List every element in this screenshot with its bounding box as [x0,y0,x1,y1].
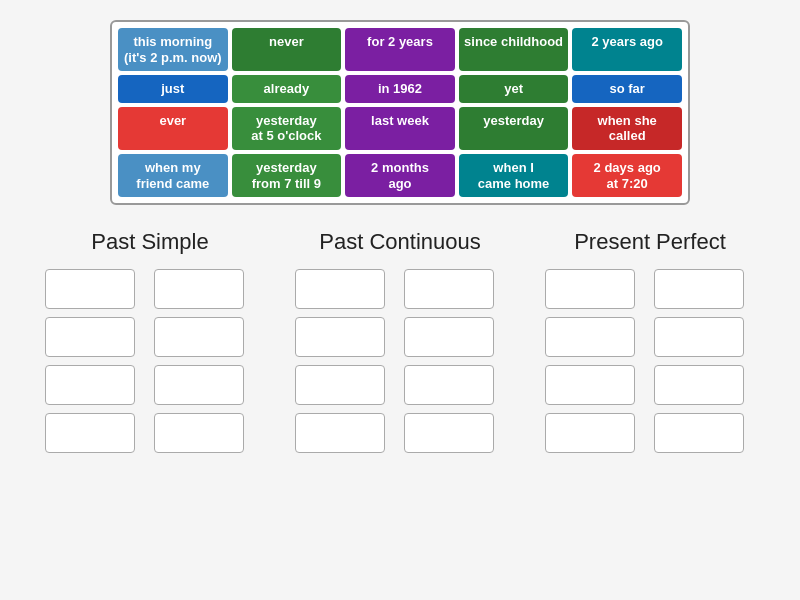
word-tile-7[interactable]: in 1962 [345,75,455,103]
drop-box-0-2[interactable] [45,317,135,357]
category-2: Present Perfect [540,229,760,453]
drop-box-2-7[interactable] [654,413,744,453]
word-tile-12[interactable]: last week [345,107,455,150]
drop-box-2-6[interactable] [545,413,635,453]
drop-box-0-0[interactable] [45,269,135,309]
word-tile-18[interactable]: when I came home [459,154,569,197]
drop-box-2-1[interactable] [654,269,744,309]
word-tile-17[interactable]: 2 months ago [345,154,455,197]
drop-box-0-5[interactable] [154,365,244,405]
word-tile-2[interactable]: for 2 years [345,28,455,71]
drop-box-1-0[interactable] [295,269,385,309]
category-title-0: Past Simple [91,229,208,255]
word-tile-8[interactable]: yet [459,75,569,103]
drop-box-1-4[interactable] [295,365,385,405]
word-tile-15[interactable]: when my friend came [118,154,228,197]
drop-box-1-1[interactable] [404,269,494,309]
category-title-2: Present Perfect [574,229,726,255]
drop-box-2-3[interactable] [654,317,744,357]
drop-box-1-7[interactable] [404,413,494,453]
drop-grid-0 [45,269,255,453]
category-title-1: Past Continuous [319,229,480,255]
word-tile-19[interactable]: 2 days ago at 7:20 [572,154,682,197]
word-tile-16[interactable]: yesterday from 7 till 9 [232,154,342,197]
drop-box-1-3[interactable] [404,317,494,357]
drop-box-1-6[interactable] [295,413,385,453]
drop-grid-2 [545,269,755,453]
categories-container: Past SimplePast ContinuousPresent Perfec… [40,229,760,453]
drop-box-1-2[interactable] [295,317,385,357]
word-tile-14[interactable]: when she called [572,107,682,150]
word-tile-3[interactable]: since childhood [459,28,569,71]
category-0: Past Simple [40,229,260,453]
word-tile-5[interactable]: just [118,75,228,103]
word-tile-0[interactable]: this morning (it's 2 p.m. now) [118,28,228,71]
drop-box-0-4[interactable] [45,365,135,405]
drop-box-0-7[interactable] [154,413,244,453]
drop-grid-1 [295,269,505,453]
word-tile-10[interactable]: ever [118,107,228,150]
drop-box-2-0[interactable] [545,269,635,309]
drop-box-1-5[interactable] [404,365,494,405]
word-bank: this morning (it's 2 p.m. now)neverfor 2… [110,20,690,205]
drop-box-2-2[interactable] [545,317,635,357]
word-tile-4[interactable]: 2 years ago [572,28,682,71]
drop-box-0-6[interactable] [45,413,135,453]
word-tile-1[interactable]: never [232,28,342,71]
word-tile-6[interactable]: already [232,75,342,103]
drop-box-2-4[interactable] [545,365,635,405]
word-tile-11[interactable]: yesterday at 5 o'clock [232,107,342,150]
word-tile-13[interactable]: yesterday [459,107,569,150]
drop-box-0-3[interactable] [154,317,244,357]
word-tile-9[interactable]: so far [572,75,682,103]
drop-box-2-5[interactable] [654,365,744,405]
category-1: Past Continuous [290,229,510,453]
drop-box-0-1[interactable] [154,269,244,309]
